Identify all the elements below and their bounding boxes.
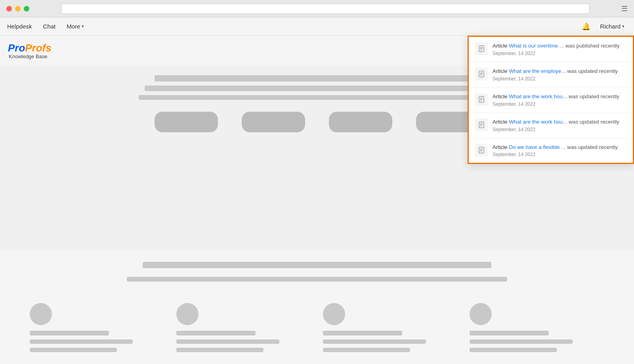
nav-item-chat[interactable]: Chat (42, 21, 57, 31)
lower-section (0, 250, 634, 364)
hamburger-icon[interactable]: ☰ (621, 4, 628, 13)
notif-content-2: Article What are the employe... was upda… (493, 68, 626, 82)
skeleton-card-line-3a (323, 331, 402, 335)
notif-date-5: September, 14 2022 (493, 152, 626, 157)
bell-icon[interactable]: 🔔 (582, 22, 590, 31)
traffic-lights (6, 6, 29, 11)
notif-item-1[interactable]: Article What is our overtime ... was pub… (469, 37, 633, 62)
user-menu-button[interactable]: Richard ▾ (597, 21, 628, 31)
notif-doc-icon-3 (475, 93, 488, 106)
skeleton-avatar-1 (30, 303, 52, 325)
skeleton-button-2 (242, 112, 305, 132)
user-name: Richard (600, 23, 621, 30)
notif-date-2: September, 14 2022 (493, 76, 626, 82)
skeleton-hero-3 (139, 95, 495, 100)
notif-content-1: Article What is our overtime ... was pub… (493, 42, 626, 56)
user-chevron-icon: ▾ (622, 24, 624, 29)
maximize-button[interactable] (24, 6, 29, 11)
skeleton-card-line-1b (30, 339, 133, 344)
skeleton-card-line-4c (470, 348, 557, 352)
notif-date-1: September, 14 2022 (493, 51, 626, 56)
more-chevron-icon: ▾ (82, 24, 84, 29)
notif-item-3[interactable]: Article What are the work hou... was upd… (469, 88, 633, 113)
skeleton-button-1 (155, 112, 218, 132)
notif-content-4: Article What are the work hou... was upd… (493, 118, 626, 132)
logo-profs-text: Profs (25, 42, 51, 54)
card-skeleton-2 (176, 303, 311, 352)
logo-pro-text: Pro (8, 42, 25, 54)
notification-dropdown: Article What is our overtime ... was pub… (468, 36, 634, 164)
skeleton-avatar-3 (323, 303, 345, 325)
notif-link-1[interactable]: What is our overtime ... (509, 43, 564, 49)
skeleton-card-line-2b (176, 339, 279, 344)
notif-item-4[interactable]: Article What are the work hou... was upd… (469, 113, 633, 138)
skeleton-card-line-3b (323, 339, 426, 344)
skeleton-card-line-1c (30, 348, 117, 352)
notif-content-5: Article Do we have a flexible ... was up… (493, 144, 626, 158)
notif-title-1: Article What is our overtime ... was pub… (493, 42, 626, 50)
notif-doc-icon-5 (475, 144, 488, 156)
nav-item-helpdesk[interactable]: Helpdesk (6, 21, 33, 31)
notif-title-4: Article What are the work hou... was upd… (493, 118, 626, 126)
card-skeleton-3 (323, 303, 458, 352)
window-chrome: ☰ (0, 0, 634, 17)
skeleton-avatar-2 (176, 303, 199, 325)
notif-doc-icon-1 (475, 42, 488, 55)
skeleton-card-line-2c (176, 348, 264, 352)
notif-item-2[interactable]: Article What are the employe... was upda… (469, 62, 633, 88)
skeleton-card-line-3c (323, 348, 410, 352)
notif-link-4[interactable]: What are the work hou... (509, 119, 567, 125)
skeleton-card-line-4b (470, 339, 573, 344)
notif-link-2[interactable]: What are the employe... (509, 68, 565, 74)
card-skeleton-4 (470, 303, 604, 352)
nav-item-more[interactable]: More ▾ (66, 21, 85, 31)
nav-right: 🔔 Richard ▾ (582, 21, 628, 31)
notif-content-3: Article What are the work hou... was upd… (493, 93, 626, 107)
skeleton-card-line-4a (470, 331, 549, 335)
notif-doc-icon-4 (475, 118, 488, 131)
skeleton-avatar-4 (470, 303, 492, 325)
notif-date-3: September, 14 2022 (493, 101, 626, 107)
skeleton-lower-title (143, 262, 491, 268)
notif-date-4: September, 14 2022 (493, 127, 626, 132)
cards-row (16, 303, 618, 352)
address-bar[interactable] (61, 4, 590, 14)
notif-title-3: Article What are the work hou... was upd… (493, 93, 626, 101)
notif-link-5[interactable]: Do we have a flexible ... (509, 144, 565, 150)
top-nav: Helpdesk Chat More ▾ 🔔 Richard ▾ Article… (0, 17, 634, 36)
notif-doc-icon-2 (475, 68, 488, 80)
notif-item-5[interactable]: Article Do we have a flexible ... was up… (469, 138, 633, 163)
minimize-button[interactable] (15, 6, 21, 11)
skeleton-hero-2 (145, 86, 489, 91)
notif-title-2: Article What are the employe... was upda… (493, 68, 626, 75)
skeleton-lower-subtitle (127, 277, 507, 282)
notif-link-3[interactable]: What are the work hou... (509, 93, 567, 99)
close-button[interactable] (6, 6, 12, 11)
notif-title-5: Article Do we have a flexible ... was up… (493, 144, 626, 151)
skeleton-hero-1 (155, 75, 479, 82)
page-layout: Helpdesk Chat More ▾ 🔔 Richard ▾ Article… (0, 17, 634, 364)
skeleton-card-line-2a (176, 331, 256, 335)
skeleton-button-3 (329, 112, 392, 132)
card-skeleton-1 (30, 303, 164, 352)
skeleton-card-line-1a (30, 331, 109, 335)
